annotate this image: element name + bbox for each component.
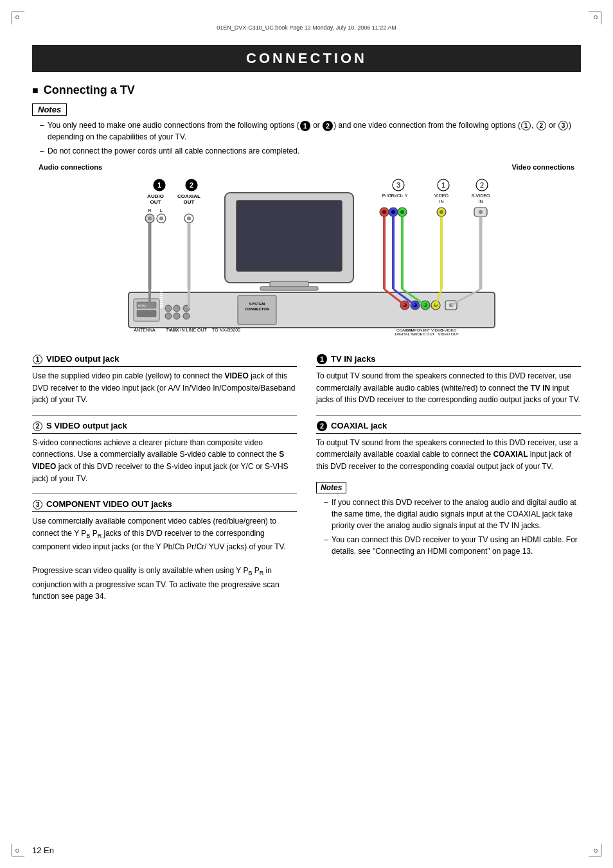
jack-name-component: COMPONENT VIDEO OUT jacks bbox=[46, 499, 172, 509]
notes-box-2: Notes bbox=[316, 482, 346, 493]
svg-text:ANTENNA: ANTENNA bbox=[134, 328, 155, 332]
svg-text:VIDEO OUT: VIDEO OUT bbox=[438, 332, 459, 336]
circled-2: 2 bbox=[537, 121, 546, 130]
jack-video-output: 1 VIDEO output jack Use the supplied vid… bbox=[32, 354, 297, 406]
corner-dot-br bbox=[594, 849, 598, 853]
notes-list-2: If you connect this DVD receiver to the … bbox=[324, 497, 581, 557]
svg-text:COAXIAL: COAXIAL bbox=[177, 193, 200, 199]
svg-text:TO NX-B9200: TO NX-B9200 bbox=[212, 328, 240, 332]
jack-coaxial: 2 COAXIAL jack To output TV sound from t… bbox=[316, 421, 581, 473]
jack-num-filled-2: 2 bbox=[317, 421, 327, 431]
page-num-suffix: En bbox=[41, 846, 54, 855]
svg-text:DIGITAL IN: DIGITAL IN bbox=[395, 332, 414, 336]
svg-point-48 bbox=[400, 210, 404, 214]
svg-point-15 bbox=[148, 217, 152, 220]
circled-1: 1 bbox=[521, 121, 531, 130]
svg-text:OUT: OUT bbox=[184, 199, 195, 205]
svg-text:L: L bbox=[160, 208, 163, 213]
video-connections-label: Video connections bbox=[511, 163, 574, 171]
svg-text:Pb/Cb: Pb/Cb bbox=[390, 193, 403, 198]
jack-title-svideo: 2 S VIDEO output jack bbox=[32, 421, 297, 434]
jack-num-filled-1: 1 bbox=[317, 354, 327, 364]
jack-title-video: 1 VIDEO output jack bbox=[32, 354, 297, 367]
jack-body-component: Use commercially available component vid… bbox=[32, 515, 297, 603]
connection-diagram: 1 2 1 2 AUDIO OUT COAXIAL OUT R L bbox=[32, 173, 581, 341]
svg-text:3: 3 bbox=[396, 181, 400, 189]
jack-num-3: 3 bbox=[33, 500, 42, 509]
jack-name-tv-in: TV IN jacks bbox=[331, 354, 375, 364]
svg-text:AUX IN LINE OUT: AUX IN LINE OUT bbox=[170, 328, 207, 332]
corner-dot-bl bbox=[15, 849, 19, 853]
jack-body-tv-in: To output TV sound from the speakers con… bbox=[316, 370, 581, 406]
notes-list-1: You only need to make one audio connecti… bbox=[40, 120, 581, 157]
svg-point-44 bbox=[382, 210, 386, 214]
divider-1 bbox=[32, 415, 297, 416]
corner-dot-tr bbox=[594, 15, 598, 19]
svg-point-69 bbox=[165, 313, 172, 319]
jack-name-svideo: S VIDEO output jack bbox=[46, 421, 127, 430]
svg-text:IN: IN bbox=[440, 199, 444, 204]
svg-rect-26 bbox=[236, 200, 342, 271]
svg-text:IN: IN bbox=[479, 199, 483, 204]
page-num-value: 12 bbox=[32, 846, 41, 855]
svg-text:1: 1 bbox=[157, 181, 161, 189]
svg-text:SYSTEM: SYSTEM bbox=[249, 302, 265, 306]
notes-item-4: You can connect this DVD receiver to you… bbox=[324, 534, 581, 557]
circle-1: 1 bbox=[300, 121, 310, 131]
svg-rect-62 bbox=[137, 310, 156, 317]
svg-point-46 bbox=[391, 210, 395, 214]
svg-point-50 bbox=[440, 210, 443, 214]
notes-item-2: Do not connect the power cords until all… bbox=[40, 145, 581, 157]
jack-svideo-output: 2 S VIDEO output jack S-video connection… bbox=[32, 421, 297, 484]
svg-text:VIDEO: VIDEO bbox=[434, 193, 449, 198]
svg-text:AUDIO: AUDIO bbox=[147, 193, 164, 199]
jack-num-1: 1 bbox=[33, 355, 42, 364]
notes-box-1: Notes bbox=[32, 103, 67, 116]
circled-3: 3 bbox=[558, 121, 568, 130]
svg-text:OUT: OUT bbox=[150, 199, 161, 205]
jack-title-tv-in: 1 TV IN jacks bbox=[316, 354, 581, 367]
diagram-labels: Audio connections Video connections bbox=[32, 163, 581, 171]
svg-text:HDMI: HDMI bbox=[138, 304, 147, 308]
page-content: CONNECTION Connecting a TV Notes You onl… bbox=[32, 45, 581, 829]
divider-3 bbox=[316, 415, 581, 416]
divider-2 bbox=[32, 493, 297, 494]
jacks-grid: 1 VIDEO output jack Use the supplied vid… bbox=[32, 354, 581, 612]
svg-text:1: 1 bbox=[441, 181, 445, 189]
page-title: CONNECTION bbox=[32, 45, 581, 72]
circle-2: 2 bbox=[323, 121, 333, 131]
page-number: 12 En bbox=[32, 846, 54, 855]
svg-text:S-VIDEO: S-VIDEO bbox=[472, 193, 490, 198]
jack-tv-in: 1 TV IN jacks To output TV sound from th… bbox=[316, 354, 581, 406]
jack-title-component: 3 COMPONENT VIDEO OUT jacks bbox=[32, 499, 297, 512]
svg-point-67 bbox=[173, 305, 180, 312]
svg-rect-28 bbox=[260, 287, 318, 290]
svg-point-66 bbox=[165, 305, 172, 312]
svg-point-17 bbox=[159, 217, 163, 220]
svg-point-71 bbox=[183, 313, 190, 319]
svg-text:2: 2 bbox=[190, 181, 193, 189]
svg-text:Y: Y bbox=[405, 193, 408, 198]
svg-text:2: 2 bbox=[480, 181, 484, 189]
jack-body-video: Use the supplied video pin cable (yellow… bbox=[32, 370, 297, 406]
left-column: 1 VIDEO output jack Use the supplied vid… bbox=[32, 354, 297, 612]
svg-text:CONNECTOR: CONNECTOR bbox=[245, 307, 270, 311]
file-info: 01EN_DVX-C310_UC.book Page 12 Monday, Ju… bbox=[217, 24, 396, 31]
jack-title-coaxial: 2 COAXIAL jack bbox=[316, 421, 581, 434]
jack-component-output: 3 COMPONENT VIDEO OUT jacks Use commerci… bbox=[32, 499, 297, 603]
section-heading: Connecting a TV bbox=[32, 84, 581, 97]
audio-connections-label: Audio connections bbox=[39, 163, 102, 171]
jack-name-video: VIDEO output jack bbox=[46, 354, 119, 364]
svg-point-70 bbox=[173, 313, 180, 319]
jack-num-2: 2 bbox=[33, 421, 42, 431]
diagram-area: Audio connections Video connections 1 2 … bbox=[32, 163, 581, 342]
jack-body-svideo: S-video connections achieve a clearer pi… bbox=[32, 437, 297, 484]
right-column: 1 TV IN jacks To output TV sound from th… bbox=[316, 354, 581, 612]
svg-text:VIDEO OUT: VIDEO OUT bbox=[413, 332, 434, 336]
notes-item-3: If you connect this DVD receiver to the … bbox=[324, 497, 581, 531]
svg-point-52 bbox=[479, 210, 483, 214]
svg-point-19 bbox=[187, 217, 191, 220]
svg-text:R: R bbox=[148, 208, 152, 213]
jack-body-coaxial: To output TV sound from the speakers con… bbox=[316, 437, 581, 473]
corner-dot-tl bbox=[15, 15, 19, 19]
